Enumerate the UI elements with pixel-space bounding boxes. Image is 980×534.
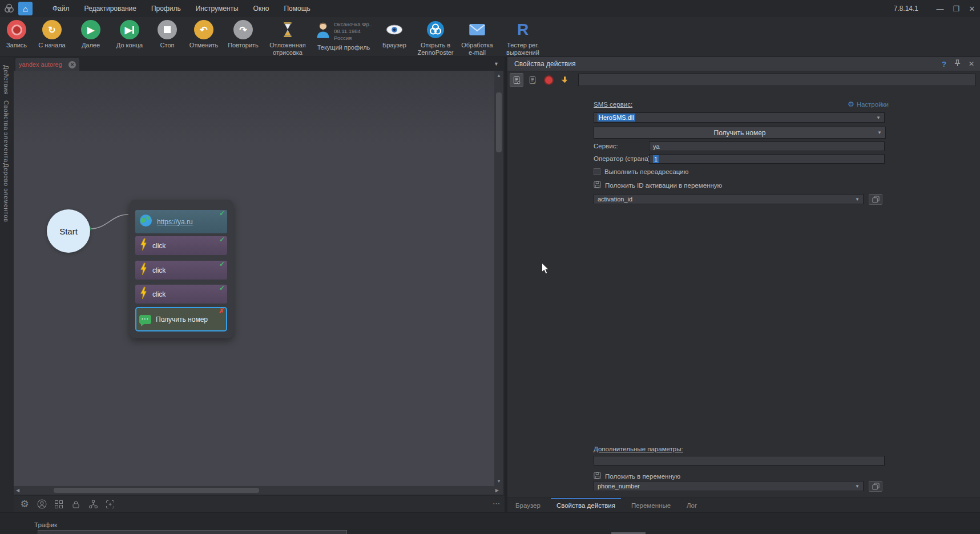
flow-canvas[interactable]: Start https://ya.ru ✓	[14, 71, 494, 486]
close-panel-icon[interactable]: ✕	[969, 60, 974, 68]
tab-list-chevron-icon[interactable]: ▼	[494, 61, 499, 67]
app-window: ⌂ Файл Редактирование Профиль Инструмент…	[0, 0, 980, 534]
dropdown-arrow-icon: ▼	[877, 130, 882, 135]
menu-window[interactable]: Окно	[246, 0, 277, 17]
flow-step-get-number-selected[interactable]: ··· Получить номер ✗	[135, 307, 227, 331]
undo-button[interactable]: ↶ Отменить	[185, 17, 223, 49]
forwarding-checkbox[interactable]: Выполнить переадресацию	[594, 168, 688, 175]
project-tab[interactable]: yandex autoreg ✕	[15, 58, 79, 71]
scroll-down-icon[interactable]: ▼	[497, 479, 501, 484]
app-logo-icon	[3, 2, 15, 15]
restore-button[interactable]: ❐	[948, 0, 964, 17]
canvas-vertical-scrollbar[interactable]: ▲ ▼	[494, 71, 503, 486]
app-version: 7.8.14.1	[894, 5, 918, 13]
rail-tab-actions[interactable]: Действия	[3, 65, 10, 95]
minimize-button[interactable]: —	[932, 0, 948, 17]
grid-icon[interactable]	[54, 499, 64, 509]
profile-summary: Оксаночка Фр.. 08.11.1984 Россия	[334, 20, 372, 42]
action-group-node[interactable]: https://ya.ru ✓ click ✓ click ✓	[130, 200, 233, 338]
phone-variable-dropdown[interactable]: phone_number ▼	[594, 481, 864, 491]
scroll-up-icon[interactable]: ▲	[497, 73, 501, 78]
menu-help[interactable]: Помощь	[276, 0, 317, 17]
properties-title: Свойства действия	[514, 60, 575, 68]
profile-circle-icon[interactable]	[37, 499, 47, 509]
extra-params-input[interactable]	[594, 456, 885, 466]
sitemap-icon[interactable]	[88, 499, 98, 509]
edit-code-button[interactable]	[526, 73, 539, 87]
vertical-scroll-thumb[interactable]	[496, 92, 502, 152]
current-profile-button[interactable]: Оксаночка Фр.. 08.11.1984 Россия Текущий…	[312, 17, 376, 51]
next-button[interactable]: ▶ Далее	[72, 17, 110, 49]
email-processing-button[interactable]: Обработка e-mail	[458, 17, 497, 56]
undo-icon: ↶	[194, 20, 213, 39]
menu-tools[interactable]: Инструменты	[188, 0, 246, 17]
dock-tab-action-properties[interactable]: Свойства действия	[549, 498, 623, 513]
status-bottom-bar: Трафик	[0, 512, 980, 534]
settings-link[interactable]: ⚙ Настройки	[848, 100, 889, 108]
canvas-horizontal-scrollbar[interactable]: ◀ ▶	[14, 486, 503, 495]
pin-icon[interactable]	[954, 59, 961, 70]
to-end-button[interactable]: ▶ До конца	[110, 17, 150, 49]
properties-search-input[interactable]	[578, 74, 975, 86]
regex-tester-button[interactable]: R Тестер рег. выражений	[497, 17, 549, 56]
lightning-icon	[139, 238, 148, 253]
start-node[interactable]: Start	[47, 209, 90, 253]
flow-step-click-3[interactable]: click ✓	[135, 285, 227, 304]
operator-input[interactable]: 1	[649, 154, 885, 164]
rail-tab-element-tree[interactable]: Дерево элементов	[3, 163, 10, 222]
regex-r-icon: R	[517, 20, 529, 39]
menu-bar: Файл Редактирование Профиль Инструменты …	[45, 0, 318, 17]
get-number-button[interactable]: Получить номер ▼	[594, 127, 886, 139]
tab-close-icon[interactable]: ✕	[68, 61, 76, 68]
home-button[interactable]: ⌂	[18, 2, 33, 15]
scroll-left-icon[interactable]: ◀	[16, 488, 19, 493]
settings-gear-icon: ⚙	[848, 100, 854, 108]
properties-header: Свойства действия ? ✕	[507, 57, 980, 71]
activation-variable-dropdown[interactable]: activation_id ▼	[594, 194, 864, 204]
floppy-icon	[594, 180, 601, 191]
menu-file[interactable]: Файл	[45, 0, 77, 17]
flow-step-click-1[interactable]: click ✓	[135, 236, 227, 255]
menu-edit[interactable]: Редактирование	[77, 0, 144, 17]
create-variable-button[interactable]	[869, 194, 882, 205]
envelope-icon	[469, 20, 486, 39]
lock-icon[interactable]	[71, 499, 81, 509]
sms-service-label: SMS сервис:	[594, 101, 632, 108]
play-down-arrow-button[interactable]	[558, 73, 571, 87]
dock-tab-browser[interactable]: Браузер	[507, 498, 549, 513]
rail-tab-element-properties[interactable]: Свойства элемента	[3, 100, 10, 163]
menu-profile[interactable]: Профиль	[144, 0, 188, 17]
close-button[interactable]: ✕	[964, 0, 980, 17]
horizontal-scroll-thumb[interactable]	[54, 488, 259, 493]
redo-button[interactable]: ↷ Повторить	[223, 17, 264, 49]
activation-id-checkbox[interactable]: Положить ID активации в переменную	[594, 180, 722, 191]
eye-icon	[386, 20, 403, 39]
focus-selection-icon[interactable]	[105, 499, 115, 509]
sms-dll-dropdown[interactable]: HeroSMS.dll ▼	[594, 112, 885, 123]
traffic-input[interactable]	[38, 530, 347, 534]
restart-button[interactable]: ↻ С начала	[32, 17, 72, 49]
main-toolbar: Запись ↻ С начала ▶ Далее ▶ До конца Сто…	[0, 17, 980, 57]
success-check-icon: ✓	[219, 209, 225, 217]
overflow-dots-icon[interactable]: ⋯	[493, 499, 501, 508]
dropdown-arrow-icon: ▼	[855, 484, 860, 489]
create-variable-button[interactable]	[869, 481, 882, 492]
stop-button[interactable]: Стоп	[150, 17, 185, 49]
put-variable-checkbox[interactable]: Положить в переменную	[594, 471, 680, 482]
dock-tab-variables[interactable]: Переменные	[623, 498, 679, 513]
record-action-button[interactable]	[542, 73, 555, 87]
record-button[interactable]: Запись	[1, 17, 32, 49]
help-icon[interactable]: ?	[942, 60, 946, 68]
deferred-render-button[interactable]: Отложенная отрисовка	[264, 17, 312, 56]
dock-tab-log[interactable]: Лог	[679, 498, 705, 513]
flow-step-click-2[interactable]: click ✓	[135, 261, 227, 280]
canvas-tab-bar: yandex autoreg ✕ ▼	[14, 57, 505, 71]
gear-icon[interactable]: ⚙	[19, 499, 30, 509]
open-in-zennoposter-button[interactable]: Открыть в ZennoPoster	[413, 17, 458, 56]
canvas-bottom-toolbar: ⚙	[14, 496, 505, 512]
view-properties-button[interactable]	[510, 73, 523, 87]
service-input[interactable]: ya	[649, 141, 885, 151]
flow-step-goto-url[interactable]: https://ya.ru ✓	[135, 210, 227, 233]
browser-button[interactable]: Браузер	[376, 17, 413, 49]
scroll-right-icon[interactable]: ▶	[495, 488, 499, 493]
